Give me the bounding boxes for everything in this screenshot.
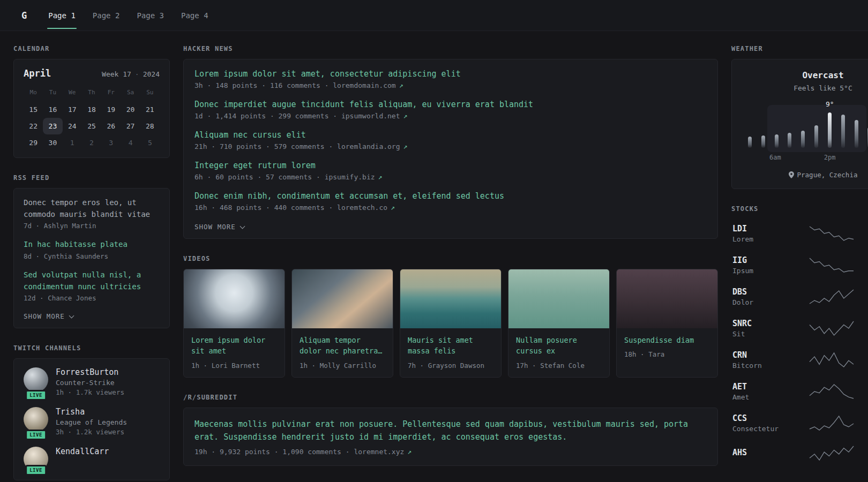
video-card[interactable]: Mauris sit amet massa felis 7h · Grayson…	[400, 269, 502, 378]
stock-row[interactable]: CCS Consectetur +0.51% $165.84	[731, 409, 868, 438]
hn-source-link[interactable]: loremlandia.org	[337, 142, 400, 150]
stock-values: +1.42% $156.28	[860, 288, 868, 306]
tab-page-4[interactable]: Page 4	[180, 0, 209, 31]
top-bar: G Page 1 Page 2 Page 3 Page 4	[0, 0, 868, 31]
stock-id: CCS Consectetur	[732, 413, 803, 433]
rss-item-title[interactable]: In hac habitasse platea	[24, 239, 160, 251]
app-logo[interactable]: G	[21, 10, 27, 21]
rss-show-more-button[interactable]: SHOW MORE	[24, 312, 73, 320]
stock-sparkline	[809, 415, 855, 431]
weather-bar	[788, 133, 791, 148]
stock-name: Bitcorn	[732, 362, 803, 370]
tab-page-1[interactable]: Page 1	[47, 0, 77, 31]
page-tabs: Page 1 Page 2 Page 3 Page 4	[47, 0, 224, 31]
avatar	[24, 407, 48, 432]
rss-item-title[interactable]: Donec tempor eros leo, ut commodo mauris…	[24, 197, 160, 220]
weather-widget: WEATHER Overcast Feels like 5°C 9° 6am 2…	[731, 45, 868, 189]
location-pin-icon	[789, 171, 794, 178]
subreddit-post-meta: 19h · 9,932 points · 1,090 comments · lo…	[194, 448, 707, 456]
video-meta: 7h · Grayson Dawson	[400, 357, 501, 377]
stock-values: +0.92% $499.72	[860, 382, 868, 401]
tab-page-2[interactable]: Page 2	[92, 0, 121, 31]
live-badge: LIVE	[25, 430, 47, 440]
weather-bar	[761, 135, 765, 148]
calendar-dates: 15 16 17 18 19 20 21 22 23 24 25 26 27 2…	[24, 101, 160, 151]
subreddit-post-title[interactable]: Maecenas mollis pulvinar erat non posuer…	[194, 418, 707, 443]
external-link-icon: ↗	[407, 448, 411, 456]
calendar-day-next-month: 3	[101, 134, 121, 151]
hn-item-title[interactable]: Donec enim nibh, condimentum et accumsan…	[194, 191, 707, 201]
rss-item: Sed volutpat nulla nisl, a condimentum n…	[24, 269, 160, 302]
hn-source-link[interactable]: ipsumify.biz	[325, 173, 375, 181]
video-thumbnail	[400, 269, 501, 328]
stock-ticker: DBS	[732, 287, 803, 297]
channel-name: KendallCarr	[56, 447, 109, 456]
weather-bar	[748, 137, 752, 148]
subreddit-card: Maecenas mollis pulvinar erat non posuer…	[183, 408, 718, 466]
hn-source-link[interactable]: loremtech.co	[337, 204, 387, 212]
weather-bar	[828, 112, 832, 148]
stock-values: +1.36% $148.64	[860, 319, 868, 337]
stock-price: $156.28	[860, 298, 868, 306]
hn-item-title[interactable]: Donec imperdiet augue tincidunt felis al…	[194, 100, 707, 109]
stock-row[interactable]: CRN Bitcorn -1.00% $66,171.48	[731, 345, 868, 374]
stock-sparkline	[809, 225, 855, 242]
tab-page-3[interactable]: Page 3	[136, 0, 165, 31]
stock-id: AHS	[732, 448, 803, 459]
hn-meta-text: 21h · 710 points · 579 comments ·	[194, 142, 333, 150]
weather-location-text: Prague, Czechia	[797, 171, 858, 179]
stock-ticker: AHS	[732, 448, 803, 457]
twitch-channel-row[interactable]: LIVE KendallCarr	[24, 447, 160, 471]
rss-item-title[interactable]: Sed volutpat nulla nisl, a condimentum n…	[24, 269, 160, 292]
weather-bar	[841, 115, 845, 148]
calendar-weekday-row: Mo Tu We Th Fr Sa Su	[24, 86, 160, 101]
stock-row[interactable]: AHS +0.46%	[731, 440, 868, 466]
calendar-day: 19	[101, 101, 121, 118]
weather-bar	[814, 125, 818, 148]
stock-values: +0.51% $165.84	[860, 414, 868, 432]
video-title: Lorem ipsum dolor sit amet consectetu…	[184, 328, 285, 357]
weekday-label: Fr	[101, 86, 121, 101]
hn-show-more-button[interactable]: SHOW MORE	[194, 223, 244, 231]
hn-item-title[interactable]: Lorem ipsum dolor sit amet, consectetur …	[194, 69, 707, 79]
stock-row[interactable]: AET Amet +0.92% $499.72	[731, 377, 868, 406]
video-card[interactable]: Aliquam tempor dolor nec pharetra… 1h · …	[291, 269, 393, 378]
stock-row[interactable]: LDI Lorem +4.35% $795.18	[731, 219, 868, 248]
stock-name: Ipsum	[732, 267, 803, 275]
rss-item-meta: 8d · Cynthia Saunders	[24, 252, 160, 260]
calendar-card: April Week 17 · 2024 Mo Tu We Th Fr Sa S…	[13, 59, 170, 158]
video-card[interactable]: Lorem ipsum dolor sit amet consectetu… 1…	[183, 269, 285, 378]
video-card[interactable]: Nullam posuere cursus ex 17h · Stefan Co…	[508, 269, 610, 378]
stocks-widget: STOCKS LDI Lorem +4.35% $795.18 IIG	[731, 205, 868, 466]
calendar-day: 15	[24, 101, 43, 118]
stock-sparkline	[809, 257, 855, 273]
rss-item: In hac habitasse platea 8d · Cynthia Sau…	[24, 239, 160, 260]
twitch-channel-row[interactable]: LIVE Trisha League of Legends 3h · 1.2k …	[24, 407, 160, 436]
stock-sparkline	[809, 383, 855, 400]
live-badge: LIVE	[25, 465, 47, 476]
subreddit-post: Maecenas mollis pulvinar erat non posuer…	[194, 418, 707, 456]
stock-change: +0.51%	[860, 414, 868, 423]
hn-item-meta: 21h · 710 points · 579 comments · loreml…	[194, 142, 707, 150]
stock-values: +0.46%	[860, 448, 868, 458]
hn-item-title[interactable]: Integer eget rutrum lorem	[194, 161, 707, 170]
channel-info: ForrestBurton Counter-Strike 1h · 1.7k v…	[56, 367, 124, 396]
rss-widget: RSS FEED Donec tempor eros leo, ut commo…	[13, 174, 170, 328]
twitch-channel-row[interactable]: LIVE ForrestBurton Counter-Strike 1h · 1…	[24, 367, 160, 396]
stock-name: Dolor	[732, 298, 803, 306]
stock-name: Consectetur	[732, 425, 803, 433]
hn-source-link[interactable]: loremdomain.com	[333, 81, 395, 89]
weather-time-label: 2pm	[824, 154, 836, 161]
hn-source-link[interactable]: ipsumworld.net	[341, 112, 400, 120]
video-card[interactable]: Suspendisse diam 18h · Tara	[616, 269, 718, 378]
stock-values: +2.84% $42.04	[860, 256, 868, 274]
stock-row[interactable]: SNRC Sit +1.36% $148.64	[731, 314, 868, 343]
calendar-day-next-month: 1	[63, 134, 82, 151]
hn-item-title[interactable]: Aliquam nec cursus elit	[194, 130, 707, 140]
twitch-section-title: TWITCH CHANNELS	[13, 344, 170, 352]
stock-row[interactable]: DBS Dolor +1.42% $156.28	[731, 282, 868, 311]
stock-row[interactable]: IIG Ipsum +2.84% $42.04	[731, 251, 868, 280]
subreddit-source-link[interactable]: loremnet.xyz	[354, 448, 404, 456]
subreddit-meta-text: 19h · 9,932 points · 1,090 comments ·	[194, 448, 350, 456]
weather-bar	[801, 131, 805, 148]
